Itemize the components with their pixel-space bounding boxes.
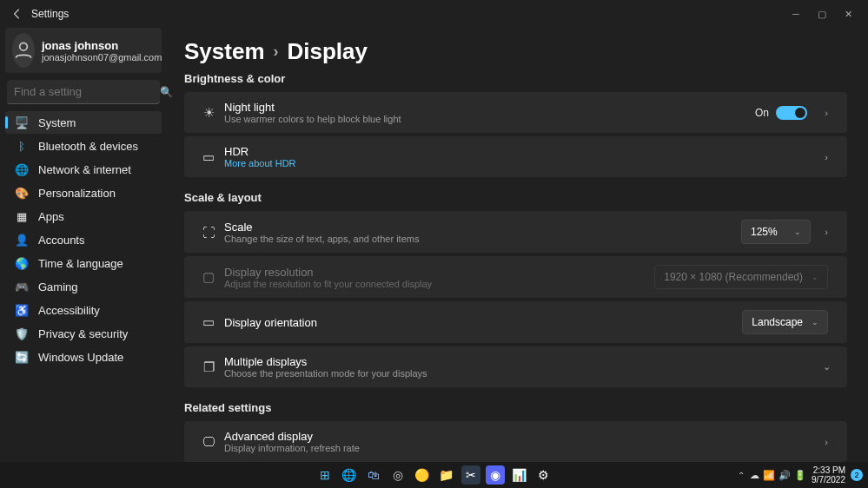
nav-bluetooth[interactable]: ᛒBluetooth & devices (5, 135, 162, 157)
nav-accessibility[interactable]: ♿Accessibility (5, 299, 162, 321)
row-title: Night light (224, 101, 755, 114)
night-light-icon: ☀ (196, 105, 221, 121)
wifi-icon: 🌐 (14, 163, 30, 176)
scale-dropdown[interactable]: 125% ⌄ (741, 220, 811, 244)
toggle-state: On (755, 107, 769, 119)
hdr-more-link[interactable]: More about HDR (224, 158, 818, 168)
page-title: Display (288, 38, 368, 65)
row-hdr[interactable]: ▭ HDR More about HDR › (184, 136, 847, 177)
row-title: Display orientation (224, 316, 742, 329)
person-icon: 👤 (14, 234, 30, 247)
titlebar: Settings ─ ▢ ✕ (0, 0, 868, 28)
row-title: Multiple displays (224, 355, 818, 368)
chevron-down-icon: ⌄ (812, 318, 818, 326)
steam-icon[interactable]: ◎ (388, 465, 407, 485)
chevron-right-icon: › (818, 437, 835, 447)
taskbar-center: ⊞ 🌐 🛍 ◎ 🟡 📁 ✂ ◉ 📊 ⚙ (315, 465, 553, 485)
gaming-icon: 🎮 (14, 280, 30, 293)
snip-icon[interactable]: ✂ (461, 465, 480, 485)
chevron-down-icon: ⌄ (818, 361, 835, 373)
nav-network[interactable]: 🌐Network & internet (5, 158, 162, 181)
maximize-button[interactable]: ▢ (809, 3, 835, 24)
row-night-light[interactable]: ☀ Night light Use warmer colors to help … (184, 92, 847, 133)
chevron-down-icon: ⌄ (794, 228, 801, 236)
user-name: jonas johnson (42, 39, 162, 52)
row-sub: Choose the presentation mode for your di… (224, 368, 818, 379)
row-sub: Adjust the resolution to fit your connec… (224, 279, 654, 289)
nav-label: Accessibility (38, 304, 100, 317)
chevron-right-icon: › (818, 227, 835, 237)
orientation-dropdown[interactable]: Landscape ⌄ (742, 310, 828, 334)
monitor-icon: 🖵 (196, 434, 221, 449)
apps-icon: ▦ (14, 210, 30, 223)
back-button[interactable] (7, 3, 28, 24)
taskbar: ⊞ 🌐 🛍 ◎ 🟡 📁 ✂ ◉ 📊 ⚙ ⌃ ☁ 📶 🔊 🔋 2:33 PM 9/… (0, 462, 868, 488)
store-icon[interactable]: 🛍 (364, 465, 383, 485)
night-light-toggle[interactable] (776, 106, 807, 120)
nav-accounts[interactable]: 👤Accounts (5, 228, 162, 251)
nav-label: Privacy & security (38, 327, 128, 340)
start-button[interactable]: ⊞ (315, 465, 335, 485)
row-multiple-displays[interactable]: ❐ Multiple displays Choose the presentat… (184, 346, 847, 387)
chevron-right-icon: › (818, 152, 835, 162)
wifi-icon[interactable]: 📶 (763, 470, 775, 481)
scale-icon: ⛶ (196, 225, 221, 240)
nav-privacy[interactable]: 🛡️Privacy & security (5, 322, 162, 345)
row-title: Scale (224, 221, 741, 234)
nav-time[interactable]: 🌎Time & language (5, 252, 162, 274)
onedrive-icon[interactable]: ☁ (750, 470, 759, 481)
nav-system[interactable]: 🖥️System (5, 111, 162, 134)
globe-icon: 🌎 (14, 257, 30, 270)
chevron-down-icon: ⌄ (812, 273, 818, 281)
resolution-icon: ▢ (196, 269, 221, 285)
chrome-icon[interactable]: 🟡 (413, 465, 432, 485)
volume-icon[interactable]: 🔊 (779, 470, 791, 481)
discord-icon[interactable]: ◉ (486, 465, 505, 485)
edge-icon[interactable]: 🌐 (340, 465, 359, 485)
nav-label: Accounts (38, 234, 84, 247)
notification-badge[interactable]: 2 (851, 469, 863, 481)
nav-label: Gaming (38, 280, 78, 293)
chevron-right-icon: › (274, 43, 279, 61)
taskmgr-icon[interactable]: 📊 (510, 465, 529, 485)
nav-apps[interactable]: ▦Apps (5, 205, 162, 228)
tray-chevron-icon[interactable]: ⌃ (738, 471, 745, 480)
section-related: Related settings (184, 401, 847, 414)
user-card[interactable]: jonas johnson jonasjohnson07@gmail.com (5, 28, 162, 73)
settings-icon[interactable]: ⚙ (534, 465, 553, 485)
row-resolution: ▢ Display resolution Adjust the resoluti… (184, 256, 847, 298)
dropdown-value: 1920 × 1080 (Recommended) (664, 271, 803, 283)
row-title: Advanced display (224, 430, 818, 443)
row-advanced-display[interactable]: 🖵 Advanced display Display information, … (184, 421, 847, 462)
search-input[interactable] (14, 85, 160, 98)
row-orientation[interactable]: ▭ Display orientation Landscape ⌄ (184, 301, 847, 343)
bluetooth-icon: ᛒ (14, 140, 30, 153)
nav-gaming[interactable]: 🎮Gaming (5, 275, 162, 298)
taskbar-clock[interactable]: 2:33 PM 9/7/2022 (812, 465, 845, 485)
breadcrumb-parent[interactable]: System (184, 38, 265, 65)
dropdown-value: Landscape (752, 316, 803, 328)
avatar (12, 33, 35, 68)
nav-personalization[interactable]: 🎨Personalization (5, 181, 162, 204)
battery-icon[interactable]: 🔋 (794, 470, 806, 481)
nav-label: Personalization (38, 187, 116, 200)
shield-icon: 🛡️ (14, 327, 30, 340)
row-scale[interactable]: ⛶ Scale Change the size of text, apps, a… (184, 211, 847, 253)
search-box[interactable]: 🔍 (7, 80, 160, 104)
system-tray[interactable]: ☁ 📶 🔊 🔋 (750, 470, 806, 481)
row-sub: Use warmer colors to help block blue lig… (224, 114, 755, 124)
update-icon: 🔄 (14, 351, 30, 364)
explorer-icon[interactable]: 📁 (437, 465, 456, 485)
nav-update[interactable]: 🔄Windows Update (5, 346, 162, 368)
nav-label: System (38, 116, 76, 129)
nav-label: Time & language (38, 257, 123, 270)
brush-icon: 🎨 (14, 187, 30, 200)
minimize-button[interactable]: ─ (783, 3, 809, 24)
hdr-icon: ▭ (196, 149, 221, 165)
chevron-right-icon: › (818, 108, 835, 118)
row-title: HDR (224, 145, 818, 158)
svg-point-0 (20, 43, 28, 50)
resolution-dropdown: 1920 × 1080 (Recommended) ⌄ (654, 265, 828, 289)
row-title: Display resolution (224, 266, 654, 279)
close-button[interactable]: ✕ (835, 3, 861, 24)
